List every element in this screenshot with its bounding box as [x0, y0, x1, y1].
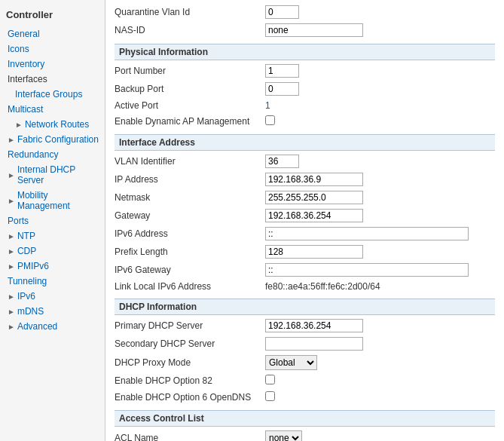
sidebar-item-label: Network Routes [25, 119, 89, 130]
gateway-input[interactable] [265, 209, 363, 222]
gateway-label: Gateway [115, 210, 265, 221]
option82-checkbox[interactable] [265, 375, 275, 384]
arrow-icon: ► [8, 232, 15, 240]
enable-dynamic-ap-row: Enable Dynamic AP Management [115, 113, 495, 130]
arrow-icon: ► [15, 121, 23, 129]
port-number-row: Port Number [115, 62, 495, 80]
sidebar-item-label: Internal DHCP Server [17, 164, 99, 185]
active-port-value: 1 [265, 100, 270, 111]
port-number-label: Port Number [115, 66, 265, 76]
nas-id-label: NAS-ID [115, 25, 265, 35]
sidebar-item-general[interactable]: General [0, 26, 105, 41]
quarantine-vlan-value [265, 5, 495, 19]
physical-info-header: Physical Information [115, 44, 495, 60]
ip-address-label: IP Address [115, 174, 265, 185]
link-local-row: Link Local IPv6 Address fe80::ae4a:56ff:… [115, 279, 495, 294]
arrow-icon: ► [8, 247, 15, 256]
active-port-row: Active Port 1 [115, 98, 495, 113]
nas-id-value [265, 23, 495, 37]
ipv6-gateway-input[interactable] [265, 263, 469, 277]
secondary-dhcp-row: Secondary DHCP Server [115, 335, 495, 353]
arrow-icon: ► [8, 292, 15, 301]
link-local-value: fe80::ae4a:56ff:fe6c:2d00/64 [265, 281, 380, 292]
ipv6-gateway-label: IPv6 Gateway [115, 265, 265, 275]
sidebar-item-mobility[interactable]: ► Mobility Management [0, 188, 105, 213]
sidebar-item-ports[interactable]: Ports [0, 213, 105, 228]
arrow-icon: ► [8, 323, 15, 331]
primary-dhcp-input[interactable] [265, 319, 363, 332]
nas-id-row: NAS-ID [115, 21, 495, 39]
proxy-mode-select[interactable]: Global Enabled Disabled [265, 355, 317, 370]
sidebar-item-label: PMIPv6 [17, 261, 49, 271]
sidebar-item-label: Mobility Management [17, 190, 99, 211]
sidebar-item-network-routes[interactable]: ► Network Routes [0, 117, 105, 132]
proxy-mode-label: DHCP Proxy Mode [115, 357, 265, 368]
sidebar-item-redundancy[interactable]: Redundancy [0, 147, 105, 162]
sidebar-item-ipv6[interactable]: ► IPv6 [0, 289, 105, 304]
dhcp-info-header: DHCP Information [115, 299, 495, 315]
sidebar: Controller General Icons Inventory Inter… [0, 0, 105, 441]
ipv6-gateway-row: IPv6 Gateway [115, 261, 495, 279]
sidebar-item-internal-dhcp[interactable]: ► Internal DHCP Server [0, 162, 105, 188]
vlan-id-label: VLAN Identifier [115, 156, 265, 167]
sidebar-item-label: CDP [17, 246, 36, 256]
ipv6-address-label: IPv6 Address [115, 228, 265, 239]
acl-name-select[interactable]: none [265, 430, 302, 441]
netmask-input[interactable] [265, 191, 363, 204]
vlan-id-row: VLAN Identifier [115, 152, 495, 170]
sidebar-item-mdns[interactable]: ► mDNS [0, 304, 105, 319]
sidebar-item-label: Advanced [17, 321, 57, 332]
vlan-id-input[interactable] [265, 155, 299, 168]
primary-dhcp-row: Primary DHCP Server [115, 317, 495, 335]
secondary-dhcp-input[interactable] [265, 337, 363, 351]
quarantine-vlan-row: Quarantine Vlan Id [115, 3, 495, 21]
ipv6-address-row: IPv6 Address [115, 225, 495, 243]
sidebar-item-pmipv6[interactable]: ► PMIPv6 [0, 259, 105, 274]
prefix-length-row: Prefix Length [115, 243, 495, 261]
port-number-input[interactable] [265, 64, 299, 78]
proxy-mode-row: DHCP Proxy Mode Global Enabled Disabled [115, 353, 495, 372]
prefix-length-input[interactable] [265, 245, 363, 259]
sidebar-item-inventory[interactable]: Inventory [0, 57, 105, 72]
acl-name-label: ACL Name [115, 433, 265, 441]
arrow-icon: ► [8, 171, 15, 179]
gateway-row: Gateway [115, 207, 495, 225]
secondary-dhcp-label: Secondary DHCP Server [115, 338, 265, 349]
ip-address-input[interactable] [265, 173, 363, 186]
prefix-length-label: Prefix Length [115, 247, 265, 257]
option6-label: Enable DHCP Option 6 OpenDNS [115, 392, 265, 403]
sidebar-item-label: NTP [17, 231, 35, 241]
primary-dhcp-label: Primary DHCP Server [115, 320, 265, 331]
sidebar-item-interfaces[interactable]: Interfaces [0, 72, 105, 87]
sidebar-item-multicast[interactable]: Multicast [0, 102, 105, 117]
sidebar-item-interface-groups[interactable]: Interface Groups [0, 87, 105, 102]
sidebar-item-tunneling[interactable]: Tunneling [0, 274, 105, 289]
option6-checkbox[interactable] [265, 391, 275, 401]
backup-port-label: Backup Port [115, 84, 265, 94]
nas-id-input[interactable] [265, 23, 363, 37]
arrow-icon: ► [8, 197, 15, 205]
sidebar-item-cdp[interactable]: ► CDP [0, 243, 105, 259]
option6-row: Enable DHCP Option 6 OpenDNS [115, 389, 495, 406]
enable-dynamic-ap-checkbox[interactable] [265, 115, 275, 125]
arrow-icon: ► [8, 308, 15, 316]
quarantine-vlan-label: Quarantine Vlan Id [115, 7, 265, 17]
enable-dynamic-ap-label: Enable Dynamic AP Management [115, 116, 265, 127]
link-local-label: Link Local IPv6 Address [115, 281, 265, 292]
interface-address-header: Interface Address [115, 134, 495, 151]
acl-header: Access Control List [115, 410, 495, 427]
sidebar-item-fabric-config[interactable]: ► Fabric Configuration [0, 132, 105, 147]
sidebar-item-label: mDNS [17, 306, 44, 317]
ipv6-address-input[interactable] [265, 227, 469, 240]
backup-port-input[interactable] [265, 82, 299, 96]
arrow-icon: ► [8, 136, 15, 144]
option82-row: Enable DHCP Option 82 [115, 372, 495, 389]
sidebar-item-icons[interactable]: Icons [0, 41, 105, 57]
sidebar-item-ntp[interactable]: ► NTP [0, 228, 105, 243]
sidebar-item-advanced[interactable]: ► Advanced [0, 319, 105, 334]
sidebar-title: Controller [0, 6, 105, 26]
backup-port-row: Backup Port [115, 80, 495, 98]
sidebar-item-label: Fabric Configuration [17, 134, 99, 145]
sidebar-item-label: IPv6 [17, 291, 35, 302]
quarantine-vlan-input[interactable] [265, 5, 299, 19]
